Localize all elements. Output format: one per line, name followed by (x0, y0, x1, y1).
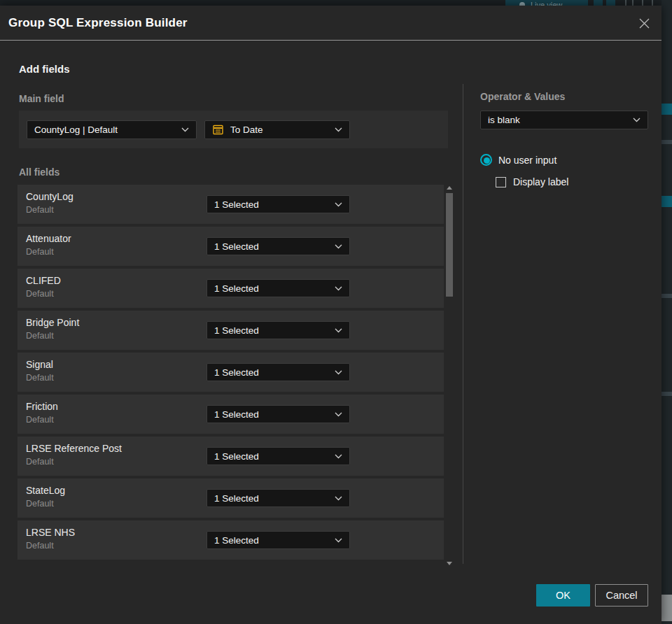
field-values-select-value: 1 Selected (214, 367, 259, 378)
chevron-down-icon (335, 412, 342, 417)
field-values-select[interactable]: 1 Selected (206, 363, 350, 381)
main-field-select[interactable]: CountyLog | Default (27, 120, 197, 139)
chevron-down-icon (335, 202, 342, 207)
close-button[interactable] (636, 15, 652, 31)
chevron-down-icon (335, 538, 342, 543)
chevron-down-icon (335, 286, 342, 291)
background-block (662, 196, 672, 207)
fields-list-scrollbar[interactable] (445, 185, 454, 567)
background-block (662, 140, 672, 144)
field-name: LRSE NHS (26, 527, 75, 538)
field-values-select-value: 1 Selected (214, 409, 259, 420)
field-row: StateLog Default 1 Selected (18, 478, 444, 518)
ok-button[interactable]: OK (536, 584, 590, 607)
field-sublabel: Default (26, 541, 54, 551)
field-values-select[interactable]: 1 Selected (206, 279, 350, 297)
toolbar-button[interactable] (594, 0, 603, 6)
date-type-select[interactable]: To Date (204, 120, 350, 139)
field-sublabel: Default (26, 457, 54, 467)
no-user-input-radio[interactable]: No user input (480, 154, 556, 166)
background-block (662, 104, 672, 115)
chevron-down-icon (335, 370, 342, 375)
field-sublabel: Default (26, 331, 54, 341)
chevron-down-icon (181, 127, 189, 132)
calendar-date-icon (212, 124, 224, 136)
dialog-header: Group SQL Expression Builder (0, 6, 662, 41)
toolbar-divider (642, 0, 643, 6)
field-row: Attenuator Default 1 Selected (18, 227, 444, 266)
field-sublabel: Default (26, 247, 54, 257)
checkbox-icon (496, 177, 506, 187)
background-app-top-strip: Live view (0, 0, 672, 6)
field-values-select[interactable]: 1 Selected (206, 237, 350, 255)
field-name: LRSE Reference Post (26, 443, 122, 454)
chevron-down-icon (335, 328, 342, 333)
field-values-select-value: 1 Selected (214, 535, 259, 546)
field-values-select[interactable]: 1 Selected (206, 447, 350, 465)
background-block (662, 392, 672, 396)
chevron-down-icon (335, 127, 342, 132)
toolbar-divider (652, 0, 653, 6)
background-app-right-sliver (662, 0, 672, 624)
field-values-select[interactable]: 1 Selected (206, 405, 350, 423)
field-sublabel: Default (26, 289, 54, 299)
group-sql-expression-builder-dialog: Group SQL Expression Builder Add fields … (0, 6, 662, 624)
no-user-input-label: No user input (498, 155, 556, 166)
cancel-button[interactable]: Cancel (595, 584, 648, 607)
live-view-label: Live view (531, 1, 562, 6)
field-row: LRSE Reference Post Default 1 Selected (18, 437, 444, 476)
chevron-down-icon (335, 496, 342, 501)
field-values-select[interactable]: 1 Selected (206, 489, 350, 507)
scrollbar-thumb[interactable] (446, 193, 453, 297)
field-name: StateLog (26, 485, 65, 496)
date-type-select-value: To Date (230, 125, 263, 135)
main-field-panel: CountyLog | Default To Date (19, 111, 448, 148)
toolbar-divider (625, 0, 626, 6)
close-icon (639, 18, 650, 29)
scroll-down-arrow-icon[interactable] (447, 562, 452, 565)
field-sublabel: Default (26, 373, 54, 383)
operator-select[interactable]: is blank (480, 111, 648, 129)
background-block (662, 294, 672, 298)
field-sublabel: Default (26, 499, 54, 509)
all-fields-label: All fields (19, 166, 59, 178)
all-fields-list: CountyLog Default 1 Selected Attenuator … (18, 185, 444, 562)
dialog-title: Group SQL Expression Builder (8, 16, 188, 30)
field-name: Signal (26, 359, 53, 370)
live-view-toggle[interactable]: Live view (505, 0, 588, 6)
toolbar-divider (632, 0, 634, 6)
field-values-select-value: 1 Selected (214, 241, 259, 252)
field-sublabel: Default (26, 415, 54, 425)
field-values-select[interactable]: 1 Selected (206, 195, 350, 213)
main-field-label: Main field (19, 93, 64, 104)
field-row: Bridge Point Default 1 Selected (18, 311, 444, 350)
background-block (662, 595, 672, 621)
field-values-select-value: 1 Selected (214, 199, 259, 210)
field-row: LRSE NHS Default 1 Selected (18, 520, 444, 560)
display-label-checkbox[interactable]: Display label (496, 176, 568, 187)
field-name: Bridge Point (26, 317, 79, 328)
field-row: Signal Default 1 Selected (18, 353, 444, 392)
add-fields-heading: Add fields (19, 63, 70, 75)
column-divider (463, 84, 463, 564)
field-values-select-value: 1 Selected (214, 493, 259, 504)
field-name: CountyLog (26, 191, 74, 202)
field-values-select-value: 1 Selected (214, 451, 259, 462)
field-name: CLIFED (26, 275, 61, 286)
main-field-select-value: CountyLog | Default (34, 125, 118, 135)
field-values-select-value: 1 Selected (214, 283, 259, 294)
field-name: Friction (26, 401, 58, 412)
field-values-select[interactable]: 1 Selected (206, 321, 350, 339)
chevron-down-icon (335, 454, 342, 459)
field-row: CLIFED Default 1 Selected (18, 269, 444, 308)
operator-values-label: Operator & Values (480, 91, 565, 102)
field-sublabel: Default (26, 205, 54, 215)
field-values-select[interactable]: 1 Selected (206, 531, 350, 549)
display-label-text: Display label (513, 176, 568, 187)
field-row: CountyLog Default 1 Selected (18, 185, 444, 224)
operator-select-value: is blank (488, 115, 520, 125)
radio-icon (480, 154, 492, 166)
toolbar-button[interactable] (606, 0, 615, 6)
field-values-select-value: 1 Selected (214, 325, 259, 336)
scroll-up-arrow-icon[interactable] (447, 186, 452, 190)
